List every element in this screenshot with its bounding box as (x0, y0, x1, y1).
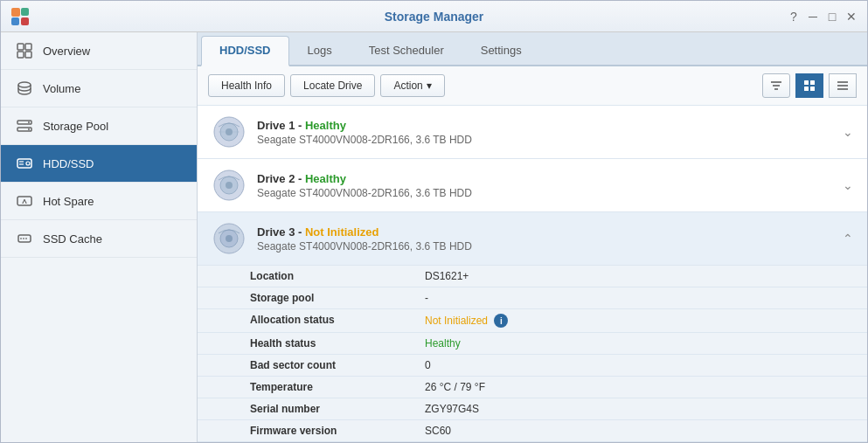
serial-label: Serial number (250, 403, 425, 415)
sidebar-item-ssd-cache[interactable]: SSD Cache (1, 220, 197, 258)
drive-row-3[interactable]: Drive 3 - Not Initialized Seagate ST4000… (198, 212, 867, 266)
bad-sector-label: Bad sector count (250, 359, 425, 371)
window-controls: ? ─ □ ✕ (787, 10, 858, 24)
location-label: Location (250, 270, 425, 282)
drive1-chevron: ⌄ (843, 125, 853, 139)
drive3-icon (212, 221, 247, 256)
health-label: Health status (250, 337, 425, 350)
drive3-name: Drive 3 - Not Initialized (257, 225, 843, 239)
title-bar: Storage Manager ? ─ □ ✕ (1, 1, 867, 32)
grid-view-button[interactable] (795, 73, 823, 98)
sidebar-item-storage-pool[interactable]: Storage Pool (1, 107, 197, 145)
detail-row-firmware: Firmware version SC60 (198, 420, 867, 442)
sidebar-label-ssd-cache: SSD Cache (43, 232, 102, 246)
hdd-icon (15, 154, 34, 173)
drive2-model: Seagate ST4000VN008-2DR166, 3.6 TB HDD (257, 187, 843, 199)
sidebar-label-volume: Volume (43, 82, 80, 95)
hot-spare-icon (15, 191, 34, 211)
svg-rect-18 (18, 235, 31, 242)
app-title: Storage Manager (385, 10, 484, 24)
ssd-cache-icon (15, 229, 34, 248)
volume-icon (15, 79, 34, 98)
svg-rect-4 (17, 44, 24, 50)
health-info-button[interactable]: Health Info (208, 74, 285, 97)
drive3-info: Drive 3 - Not Initialized Seagate ST4000… (257, 225, 843, 253)
svg-rect-28 (810, 87, 815, 91)
svg-rect-5 (25, 44, 31, 50)
svg-point-8 (18, 82, 31, 87)
allocation-label: Allocation status (250, 314, 425, 328)
health-info-label: Health Info (221, 80, 272, 92)
toolbar: Health Info Locate Drive Action ▾ (198, 66, 867, 106)
detail-row-bad-sector: Bad sector count 0 (198, 355, 867, 377)
drive2-chevron: ⌄ (843, 178, 853, 192)
sidebar-label-storage-pool: Storage Pool (43, 120, 108, 133)
tab-test-scheduler[interactable]: Test Scheduler (351, 36, 462, 65)
drive1-icon (212, 114, 247, 149)
minimize-button[interactable]: ─ (806, 10, 820, 24)
sidebar-item-volume[interactable]: Volume (1, 70, 197, 107)
help-button[interactable]: ? (787, 10, 801, 24)
firmware-label: Firmware version (250, 425, 425, 437)
filter-button[interactable] (762, 73, 790, 98)
action-button[interactable]: Action ▾ (380, 74, 444, 97)
sidebar-label-overview: Overview (43, 45, 90, 58)
drive2-name: Drive 2 - Healthy (257, 172, 843, 185)
temperature-value: 26 °C / 79 °F (425, 381, 485, 393)
location-value: DS1621+ (425, 270, 469, 282)
storage-pool-icon (15, 116, 34, 135)
storage-pool-detail-label: Storage pool (250, 292, 425, 304)
svg-rect-1 (21, 8, 29, 16)
drive-row-2[interactable]: Drive 2 - Healthy Seagate ST4000VN008-2D… (198, 159, 867, 212)
svg-point-11 (28, 121, 30, 123)
drive1-model: Seagate ST4000VN008-2DR166, 3.6 TB HDD (257, 134, 843, 146)
detail-row-serial: Serial number ZGY97G4S (198, 398, 867, 420)
firmware-value: SC60 (425, 425, 451, 437)
serial-value: ZGY97G4S (425, 403, 479, 415)
main-layout: Overview Volume Storage P (1, 32, 867, 443)
detail-row-location: Location DS1621+ (198, 266, 867, 287)
svg-rect-26 (810, 80, 815, 85)
drive1-name: Drive 1 - Healthy (257, 119, 843, 132)
locate-drive-button[interactable]: Locate Drive (290, 74, 375, 97)
svg-rect-3 (21, 17, 29, 25)
detail-row-health: Health status Healthy (198, 333, 867, 355)
svg-point-12 (28, 128, 30, 130)
svg-rect-2 (11, 17, 19, 25)
storage-pool-detail-value: - (425, 292, 428, 304)
sidebar-item-overview[interactable]: Overview (1, 32, 197, 70)
allocation-info-icon[interactable]: i (494, 314, 508, 328)
drive2-info: Drive 2 - Healthy Seagate ST4000VN008-2D… (257, 172, 843, 199)
svg-point-37 (226, 182, 233, 189)
sidebar-item-hdd-ssd[interactable]: HDD/SSD (1, 145, 197, 183)
action-label: Action (393, 80, 422, 92)
svg-rect-27 (804, 87, 809, 91)
tab-settings[interactable]: Settings (462, 36, 540, 65)
locate-drive-label: Locate Drive (303, 80, 362, 92)
detail-row-temperature: Temperature 26 °C / 79 °F (198, 377, 867, 398)
allocation-value: Not Initialized i (425, 314, 508, 328)
svg-point-14 (26, 162, 30, 165)
overview-icon (15, 41, 34, 60)
tab-hdd-ssd[interactable]: HDD/SSD (201, 36, 289, 66)
detail-row-allocation: Allocation status Not Initialized i (198, 309, 867, 333)
tab-bar: HDD/SSD Logs Test Scheduler Settings (198, 32, 867, 66)
tab-logs[interactable]: Logs (289, 36, 351, 65)
close-button[interactable]: ✕ (844, 10, 858, 24)
sidebar-label-hot-spare: Hot Spare (43, 195, 94, 208)
svg-rect-6 (17, 52, 24, 58)
list-view-button[interactable] (829, 73, 857, 98)
sidebar-item-hot-spare[interactable]: Hot Spare (1, 183, 197, 220)
svg-rect-25 (804, 80, 809, 85)
health-value: Healthy (425, 337, 461, 350)
temperature-label: Temperature (250, 381, 425, 393)
bad-sector-value: 0 (425, 359, 431, 371)
drive-row-1[interactable]: Drive 1 - Healthy Seagate ST4000VN008-2D… (198, 106, 867, 159)
sidebar-label-hdd-ssd: HDD/SSD (43, 157, 94, 170)
svg-rect-0 (11, 8, 20, 17)
content-area: HDD/SSD Logs Test Scheduler Settings Hea… (198, 32, 867, 443)
detail-row-storage-pool: Storage pool - (198, 287, 867, 309)
title-bar-left (10, 6, 31, 27)
restore-button[interactable]: □ (825, 10, 839, 24)
app-logo (10, 6, 31, 27)
